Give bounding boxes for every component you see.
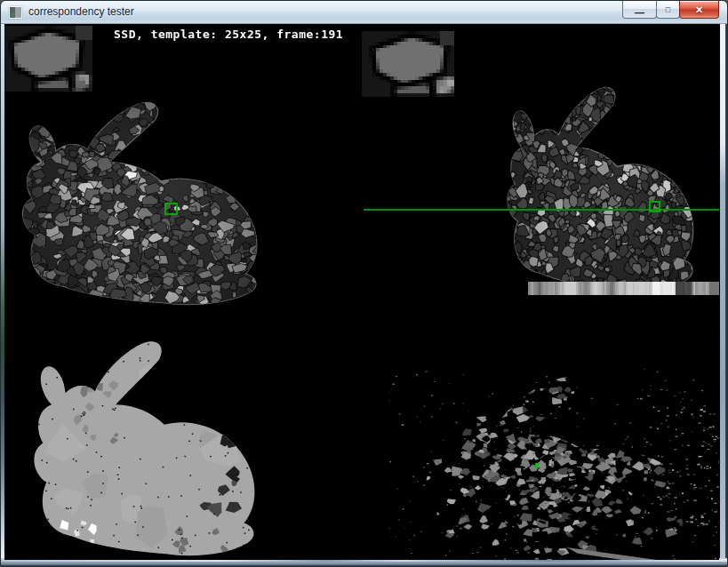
window-title: correspondency tester bbox=[28, 5, 134, 18]
close-button[interactable]: ✕ bbox=[679, 1, 719, 19]
close-icon: ✕ bbox=[695, 5, 703, 14]
score-strip bbox=[528, 282, 719, 295]
minimize-icon: — bbox=[635, 8, 644, 17]
template-patch-left bbox=[4, 26, 92, 92]
template-marker bbox=[164, 203, 178, 215]
maximize-icon: □ bbox=[666, 5, 670, 14]
template-patch-right bbox=[362, 31, 454, 97]
window-controls: — □ ✕ bbox=[623, 1, 719, 19]
scanline bbox=[364, 209, 719, 211]
canvas-area[interactable]: SSD, template: 25x25, frame:191 bbox=[4, 24, 719, 560]
titlebar[interactable]: correspondency tester — □ ✕ bbox=[1, 1, 727, 24]
app-icon bbox=[9, 6, 22, 19]
maximize-button[interactable]: □ bbox=[656, 1, 680, 19]
match-marker bbox=[649, 201, 660, 212]
minimize-button[interactable]: — bbox=[622, 1, 657, 19]
app-window: correspondency tester — □ ✕ SSD, templat… bbox=[0, 0, 728, 567]
status-text: SSD, template: 25x25, frame:191 bbox=[114, 28, 343, 41]
match-dot bbox=[535, 463, 539, 468]
